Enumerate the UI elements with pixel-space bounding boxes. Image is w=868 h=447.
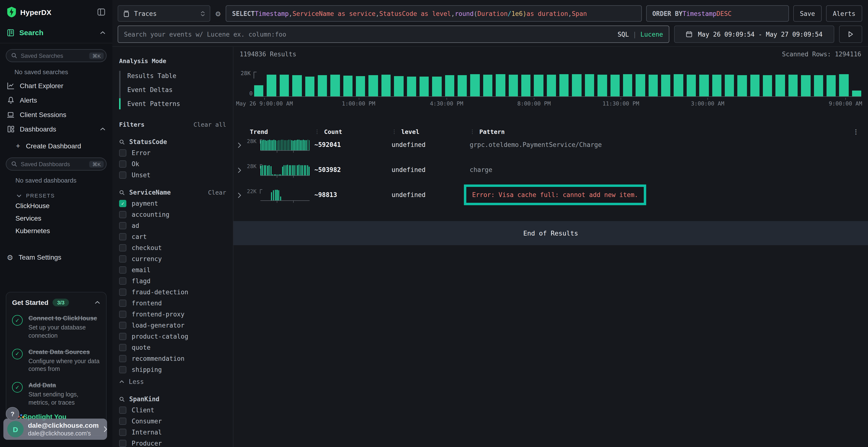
filter-option[interactable]: currency xyxy=(119,255,226,263)
filter-option[interactable]: flagd xyxy=(119,277,226,285)
save-button[interactable]: Save xyxy=(793,5,822,22)
preset-item-services[interactable]: Services xyxy=(0,212,112,225)
saved-searches-input[interactable]: Saved Searches ⌘K xyxy=(6,49,106,62)
saved-dashboards-input[interactable]: Saved Dashboards ⌘K xyxy=(6,158,106,171)
sidebar-item-client-sessions[interactable]: Client Sessions xyxy=(0,107,112,122)
column-header-level[interactable]: ⋮level xyxy=(392,128,470,135)
column-header-pattern[interactable]: ⋮Pattern xyxy=(470,128,850,135)
filter-option[interactable]: frontend-proxy xyxy=(119,311,226,318)
filter-option[interactable]: frontend xyxy=(119,300,226,307)
checkbox-icon[interactable] xyxy=(119,333,126,340)
checkbox-icon[interactable] xyxy=(119,311,126,318)
get-started-item[interactable]: ✓ Connect to ClickHouse Set up your data… xyxy=(12,314,100,340)
filter-option[interactable]: Consumer xyxy=(119,418,226,425)
column-handle-icon[interactable]: ⋮ xyxy=(470,128,475,135)
filter-option[interactable]: Producer xyxy=(119,440,226,447)
filter-option[interactable]: cart xyxy=(119,233,226,240)
sidebar-item-chart-explorer[interactable]: Chart Explorer xyxy=(0,78,112,93)
checkbox-icon[interactable] xyxy=(119,355,126,362)
alerts-button[interactable]: Alerts xyxy=(826,5,862,22)
filter-option[interactable]: ✓payment xyxy=(119,200,226,207)
filter-clear-button[interactable]: Clear xyxy=(208,189,226,196)
row-expand-chevron-icon[interactable] xyxy=(235,188,247,208)
chevron-up-icon[interactable] xyxy=(100,127,105,131)
run-query-button[interactable] xyxy=(839,26,862,43)
filter-option[interactable]: shipping xyxy=(119,366,226,373)
filter-option[interactable]: Ok xyxy=(119,161,226,168)
filter-option[interactable]: checkout xyxy=(119,244,226,251)
query-language-toggle[interactable]: SQL | Lucene xyxy=(618,31,663,38)
analysis-mode-option[interactable]: Event Deltas xyxy=(121,85,226,95)
get-started-item[interactable]: ✓ Add Data Start sending logs, metrics, … xyxy=(12,381,100,407)
filter-option[interactable]: email xyxy=(119,266,226,274)
checkbox-icon[interactable] xyxy=(119,255,126,263)
column-header-count[interactable]: ⋮Count xyxy=(314,128,392,135)
checkbox-icon[interactable] xyxy=(119,161,126,168)
help-button[interactable]: ? xyxy=(6,407,19,420)
checkbox-icon[interactable] xyxy=(119,288,126,296)
sql-toggle-label[interactable]: SQL xyxy=(618,31,629,38)
checkbox-icon[interactable] xyxy=(119,277,126,285)
filter-option[interactable]: recommendation xyxy=(119,355,226,362)
checkbox-icon[interactable] xyxy=(119,233,126,240)
analysis-mode-option[interactable]: Event Patterns xyxy=(121,99,226,109)
pattern-row[interactable]: 22K~98813undefinedError: Visa cache full… xyxy=(235,188,861,208)
checkbox-icon[interactable] xyxy=(119,418,126,425)
column-header-trend[interactable]: Trend xyxy=(247,128,314,135)
create-dashboard-button[interactable]: + Create Dashboard xyxy=(0,136,112,152)
user-menu[interactable]: D dale@clickhouse.com dale@clickhouse.co… xyxy=(3,419,107,440)
filter-option[interactable]: product-catalog xyxy=(119,333,226,340)
show-less-button[interactable]: Less xyxy=(119,378,226,385)
sidebar-item-search[interactable]: Search xyxy=(0,22,112,43)
sidebar-item-dashboards[interactable]: Dashboards xyxy=(0,122,112,136)
clear-all-button[interactable]: Clear all xyxy=(194,121,226,128)
chevron-up-icon[interactable] xyxy=(94,301,100,304)
checkbox-icon[interactable] xyxy=(119,211,126,218)
filter-option[interactable]: Internal xyxy=(119,429,226,436)
presets-toggle[interactable]: PRESETS xyxy=(0,187,112,199)
pattern-row[interactable]: 28K~503982undefinedcharge xyxy=(235,163,861,182)
table-menu-icon[interactable]: ⋮ xyxy=(850,128,861,135)
sql-orderby-editor[interactable]: ORDER BY Timestamp DESC xyxy=(646,5,789,22)
checkbox-icon[interactable] xyxy=(119,149,126,157)
source-selector[interactable]: Traces xyxy=(118,5,210,22)
histogram-bars[interactable] xyxy=(254,74,861,97)
row-expand-chevron-icon[interactable] xyxy=(235,138,247,158)
checkbox-icon[interactable] xyxy=(119,266,126,274)
preset-item-clickhouse[interactable]: ClickHouse xyxy=(0,199,112,212)
get-started-item[interactable]: ✓ Create Data Sources Configure where yo… xyxy=(12,347,100,373)
column-handle-icon[interactable]: ⋮ xyxy=(314,128,320,135)
filter-option[interactable]: load-generator xyxy=(119,322,226,329)
checkbox-icon[interactable] xyxy=(119,407,126,414)
time-range-picker[interactable]: May 26 09:09:54 - May 27 09:09:54 xyxy=(674,26,834,43)
filter-option[interactable]: quote xyxy=(119,344,226,351)
analysis-mode-option[interactable]: Results Table xyxy=(121,71,226,81)
filter-option[interactable]: ad xyxy=(119,222,226,229)
sidebar-collapse-icon[interactable] xyxy=(97,8,105,16)
checkbox-icon[interactable] xyxy=(119,244,126,251)
event-search-input[interactable]: Search your events w/ Lucene ex. column:… xyxy=(118,26,669,43)
filter-option[interactable]: accounting xyxy=(119,211,226,218)
preset-item-kubernetes[interactable]: Kubernetes xyxy=(0,225,112,237)
checkbox-icon[interactable] xyxy=(119,322,126,329)
checkbox-icon[interactable] xyxy=(119,440,126,447)
column-handle-icon[interactable]: ⋮ xyxy=(392,128,397,135)
sidebar-item-team-settings[interactable]: ⚙ Team Settings xyxy=(0,248,112,266)
chevron-up-icon[interactable] xyxy=(100,31,105,34)
checkbox-icon[interactable] xyxy=(119,171,126,179)
checkbox-icon[interactable] xyxy=(119,344,126,351)
source-settings-gear-icon[interactable]: ⚙ xyxy=(215,5,222,22)
filter-option[interactable]: Unset xyxy=(119,171,226,179)
checkbox-icon[interactable] xyxy=(119,300,126,307)
filter-option[interactable]: fraud-detection xyxy=(119,288,226,296)
pattern-row[interactable]: 28K~592041undefinedgrpc.oteldemo.Payment… xyxy=(235,138,861,158)
lucene-toggle-label[interactable]: Lucene xyxy=(641,31,663,38)
checkbox-icon[interactable] xyxy=(119,429,126,436)
row-expand-chevron-icon[interactable] xyxy=(235,163,247,182)
checkbox-checked-icon[interactable]: ✓ xyxy=(119,200,126,207)
checkbox-icon[interactable] xyxy=(119,366,126,373)
error-pattern-highlight[interactable]: Error: Visa cache full: cannot add new i… xyxy=(464,184,646,205)
sql-select-editor[interactable]: SELECT Timestamp, ServiceName as service… xyxy=(226,5,642,22)
sidebar-item-alerts[interactable]: Alerts xyxy=(0,93,112,107)
checkbox-icon[interactable] xyxy=(119,222,126,229)
